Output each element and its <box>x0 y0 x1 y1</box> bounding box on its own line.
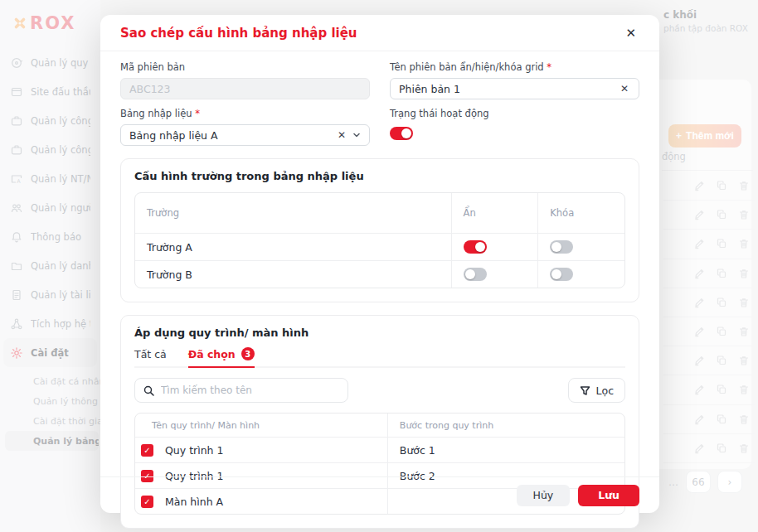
chevron-down-icon[interactable] <box>352 131 361 139</box>
version-name-input-wrap: ✕ <box>390 78 639 99</box>
row-checkbox[interactable]: ✓ <box>141 444 153 457</box>
tab-selected[interactable]: Đã chọn 3 <box>188 347 255 368</box>
clear-icon[interactable]: ✕ <box>336 130 347 140</box>
column-header-hidden: Ẩn <box>451 193 538 233</box>
input-table-select[interactable]: ✕ <box>120 124 370 146</box>
tab-all[interactable]: Tất cả <box>134 347 167 366</box>
version-name-label: Tên phiên bản ẩn/hiện/khóa grid <box>390 61 639 73</box>
apply-section-title: Áp dụng quy trình/ màn hình <box>134 326 625 339</box>
form-grid: Mã phiên bản Tên phiên bản ẩn/hiện/khóa … <box>120 61 639 146</box>
clear-icon[interactable]: ✕ <box>619 84 630 94</box>
modal-title: Sao chép cấu hình bảng nhập liệu <box>120 26 357 41</box>
field-version-code: Mã phiên bản <box>120 61 370 99</box>
input-table-value[interactable] <box>129 129 336 142</box>
filter-button[interactable]: Lọc <box>568 378 625 403</box>
copy-config-modal: Sao chép cấu hình bảng nhập liệu ✕ Mã ph… <box>100 15 659 513</box>
tab-bar: Tất cả Đã chọn 3 <box>134 347 625 368</box>
field-config-title: Cấu hình trường trong bảng nhập liệu <box>134 170 625 182</box>
input-table-label: Bảng nhập liệu <box>120 108 370 119</box>
search-box[interactable] <box>134 378 348 403</box>
search-input[interactable] <box>161 384 339 396</box>
table-row: Trường B <box>135 260 624 288</box>
table-row: Trường A <box>135 233 624 260</box>
field-version-name: Tên phiên bản ẩn/hiện/khóa grid ✕ <box>390 61 639 99</box>
field-input-table: Bảng nhập liệu ✕ <box>120 108 370 146</box>
table-header-row: Trường Ẩn Khóa <box>135 193 624 233</box>
active-status-label: Trạng thái hoạt động <box>390 108 639 119</box>
modal-header: Sao chép cấu hình bảng nhập liệu ✕ <box>100 15 659 51</box>
version-name-input[interactable] <box>399 83 619 95</box>
column-header-field: Trường <box>135 193 451 233</box>
process-step: Bước 1 <box>387 438 624 462</box>
filter-icon <box>580 385 590 396</box>
version-code-input <box>129 83 361 95</box>
active-status-toggle[interactable] <box>390 127 413 140</box>
modal-body: Mã phiên bản Tên phiên bản ẩn/hiện/khóa … <box>100 51 659 529</box>
cancel-button[interactable]: Hủy <box>517 485 571 506</box>
hidden-toggle[interactable] <box>464 240 487 254</box>
selected-count-badge: 3 <box>241 347 255 360</box>
process-name: Quy trình 1 <box>165 438 387 462</box>
hidden-toggle[interactable] <box>464 268 487 281</box>
version-code-input-wrap <box>120 78 370 99</box>
table-header-row: Tên quy trình/ Màn hình Bước trong quy t… <box>135 414 624 437</box>
save-button[interactable]: Lưu <box>578 485 639 506</box>
column-header-name: Tên quy trình/ Màn hình <box>135 414 387 437</box>
locked-toggle[interactable] <box>550 268 573 281</box>
field-name: Trường A <box>135 234 451 260</box>
search-icon <box>143 385 154 396</box>
screen: ROX Quản lý quy trình Site đấu thầu Quản… <box>0 0 758 532</box>
search-row: Lọc <box>134 378 625 403</box>
modal-footer: Hủy Lưu <box>100 476 659 513</box>
column-header-locked: Khóa <box>537 193 624 233</box>
field-config-table: Trường Ẩn Khóa Trường A Trường B <box>134 192 625 288</box>
close-icon[interactable]: ✕ <box>622 23 639 42</box>
locked-toggle[interactable] <box>550 240 573 254</box>
field-active-status: Trạng thái hoạt động <box>390 108 639 146</box>
field-config-card: Cấu hình trường trong bảng nhập liệu Trư… <box>120 158 639 302</box>
column-header-step: Bước trong quy trình <box>387 414 624 437</box>
field-name: Trường B <box>135 261 451 288</box>
version-code-label: Mã phiên bản <box>120 61 370 73</box>
table-row: ✓ Quy trình 1 Bước 1 <box>135 437 624 462</box>
